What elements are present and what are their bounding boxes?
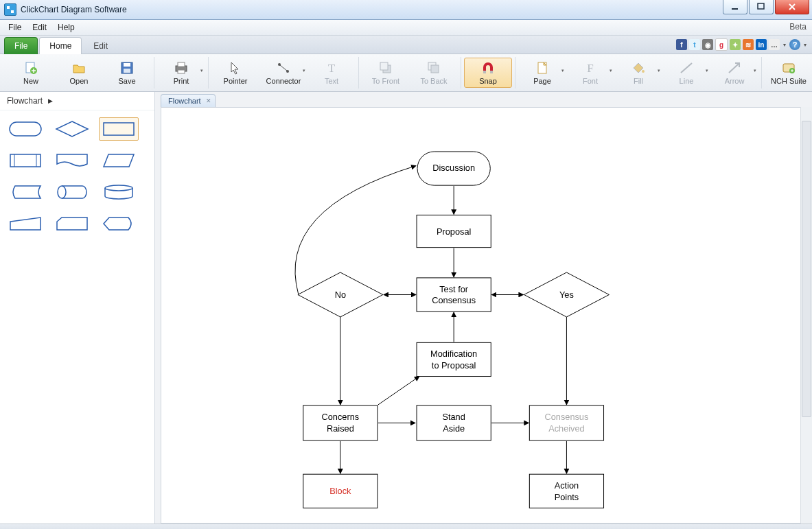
save-button[interactable]: Save <box>103 58 151 88</box>
menu-edit[interactable]: Edit <box>27 21 52 34</box>
shape-subprocess[interactable] <box>5 149 45 172</box>
node-proposal[interactable]: Proposal <box>437 226 471 237</box>
node-mod-l2[interactable]: to Proposal <box>432 360 476 371</box>
facebook-icon[interactable]: f <box>676 39 687 50</box>
doc-tab-flowchart[interactable]: Flowchart ✕ <box>161 94 216 107</box>
text-icon: T <box>324 60 339 75</box>
node-consensus-l1[interactable]: Consensus <box>544 412 588 422</box>
node-block[interactable]: Block <box>329 486 351 496</box>
canvas[interactable]: Discussion Proposal Test for Consensus N… <box>161 107 801 524</box>
print-icon <box>174 60 189 75</box>
menu-help[interactable]: Help <box>52 21 80 34</box>
nchsuite-button[interactable]: NCH Suite <box>765 58 812 88</box>
shape-document[interactable] <box>52 149 92 172</box>
fill-icon <box>631 60 646 75</box>
node-stand-l2[interactable]: Aside <box>443 423 465 434</box>
ribbon-tab-file[interactable]: File <box>4 37 38 54</box>
svg-rect-24 <box>10 122 41 136</box>
maximize-button[interactable] <box>749 0 774 14</box>
shape-terminator[interactable] <box>5 117 45 141</box>
shape-manualinput[interactable] <box>5 212 45 235</box>
google-icon[interactable]: g <box>715 38 728 51</box>
share-icon[interactable]: ✦ <box>730 39 741 50</box>
node-action-l1[interactable]: Action <box>555 480 579 491</box>
social-dropdown-icon[interactable]: ▾ <box>782 42 787 48</box>
node-concerns-l2[interactable]: Raised <box>327 423 354 434</box>
help-icon[interactable]: ? <box>789 39 800 50</box>
page-icon <box>535 60 550 75</box>
close-button[interactable] <box>775 0 809 14</box>
svg-point-29 <box>58 186 66 198</box>
svg-rect-9 <box>178 70 185 73</box>
node-yes[interactable]: Yes <box>559 290 574 300</box>
tofront-icon <box>378 60 393 75</box>
scrollbar-thumb[interactable] <box>802 121 811 417</box>
twitter-icon[interactable]: t <box>689 39 700 50</box>
shape-palette <box>0 110 154 242</box>
fill-button[interactable]: Fill▾ <box>614 58 662 88</box>
pointer-button[interactable]: Pointer <box>211 58 259 88</box>
svg-rect-0 <box>732 8 738 10</box>
node-mod-l1[interactable]: Modification <box>430 349 477 359</box>
connector-button[interactable]: Connector▾ <box>259 58 308 88</box>
svg-rect-5 <box>124 63 130 67</box>
node-no[interactable]: No <box>335 290 346 300</box>
shape-process[interactable] <box>99 117 139 141</box>
minimize-button[interactable] <box>723 0 747 14</box>
node-action-l2[interactable]: Points <box>555 492 579 502</box>
node-test-l2[interactable]: Consensus <box>432 295 476 305</box>
node-stand-l1[interactable]: Stand <box>442 412 465 422</box>
open-button[interactable]: Open <box>55 58 103 88</box>
shape-decision[interactable] <box>52 117 92 141</box>
ribbon-tab-edit[interactable]: Edit <box>83 37 118 54</box>
flowchart-svg: Discussion Proposal Test for Consensus N… <box>161 108 800 523</box>
svg-rect-25 <box>104 123 134 135</box>
shape-data[interactable] <box>99 149 139 172</box>
svg-text:T: T <box>328 62 336 75</box>
shape-card[interactable] <box>52 212 92 235</box>
ribbon: New Open Save Print▾ Pointer Connector▾ … <box>0 54 812 92</box>
save-icon <box>119 60 135 75</box>
more-icon[interactable]: … <box>769 39 780 50</box>
camera-icon[interactable]: ◉ <box>702 39 713 50</box>
new-button[interactable]: New <box>7 58 55 88</box>
toback-button[interactable]: To Back <box>410 58 458 88</box>
node-consensus-l2[interactable]: Acheived <box>548 423 585 434</box>
vertical-scrollbar[interactable] <box>800 107 812 524</box>
font-button[interactable]: FFont▾ <box>566 58 614 88</box>
svg-point-21 <box>642 70 645 73</box>
svg-rect-26 <box>10 154 40 167</box>
tofront-button[interactable]: To Front <box>362 58 410 88</box>
svg-rect-14 <box>380 62 388 70</box>
text-button[interactable]: TText <box>308 58 356 88</box>
sidebar-title: Flowchart <box>7 96 43 106</box>
line-icon <box>679 60 694 75</box>
ribbon-tab-home[interactable]: Home <box>39 37 82 54</box>
svg-rect-8 <box>178 62 185 67</box>
snap-button[interactable]: Snap <box>464 58 512 88</box>
linkedin-icon[interactable]: in <box>756 39 767 50</box>
page-button[interactable]: Page▾ <box>518 58 566 88</box>
sidebar-header[interactable]: Flowchart ▶ <box>0 92 154 110</box>
shape-storeddata[interactable] <box>5 180 45 204</box>
svg-rect-1 <box>758 3 764 9</box>
statusbar <box>0 524 812 529</box>
arrow-button[interactable]: Arrow▾ <box>710 58 758 88</box>
shape-directdata[interactable] <box>52 180 92 204</box>
node-discussion[interactable]: Discussion <box>432 163 475 173</box>
doc-tab-label: Flowchart <box>168 97 201 105</box>
help-dropdown-icon[interactable]: ▾ <box>802 42 808 48</box>
svg-text:F: F <box>587 62 593 75</box>
close-tab-icon[interactable]: ✕ <box>206 97 211 104</box>
svg-rect-17 <box>483 71 486 73</box>
print-button[interactable]: Print▾ <box>157 58 205 88</box>
rss-icon[interactable]: ≋ <box>743 39 754 50</box>
node-test-l1[interactable]: Test for <box>439 284 469 294</box>
shape-display[interactable] <box>99 212 139 235</box>
menu-file[interactable]: File <box>3 21 27 34</box>
font-icon: F <box>583 60 598 75</box>
svg-point-30 <box>105 185 132 191</box>
line-button[interactable]: Line▾ <box>662 58 710 88</box>
shape-database[interactable] <box>99 180 139 204</box>
node-concerns-l1[interactable]: Concerns <box>322 412 360 422</box>
